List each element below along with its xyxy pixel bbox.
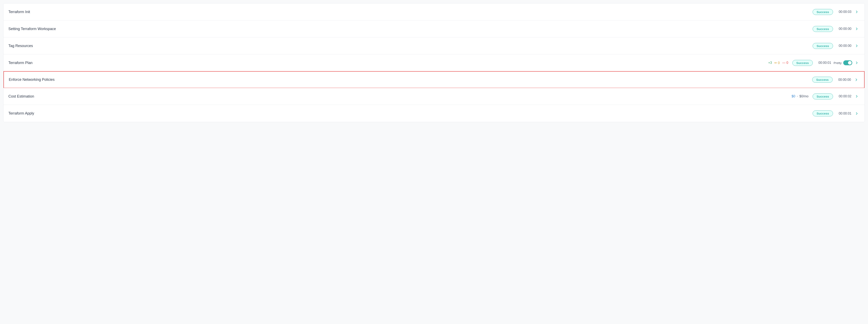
- pipeline-row-tag-resources: Tag ResourcesSuccess00:00:00: [3, 37, 865, 54]
- pipeline-row-setting-terraform-workspace: Setting Terraform WorkspaceSuccess00:00:…: [3, 21, 865, 37]
- toggle-track[interactable]: [843, 60, 852, 65]
- row-name-terraform-init: Terraform Init: [8, 10, 808, 14]
- pipeline-list: Terraform InitSuccess00:00:03Setting Ter…: [3, 3, 865, 122]
- duration-cost-estimation: 00:00:02: [833, 94, 851, 98]
- status-badge-terraform-plan: Success: [792, 60, 813, 66]
- stat-remove: — 0: [782, 61, 788, 65]
- pipeline-row-terraform-plan: Terraform Plan +3 ✏ 0 — 0 Success00:00:0…: [3, 54, 865, 71]
- row-name-setting-terraform-workspace: Setting Terraform Workspace: [8, 27, 808, 31]
- chevron-btn-setting-terraform-workspace[interactable]: [854, 26, 860, 32]
- duration-enforce-networking-policies: 00:00:00: [833, 78, 851, 82]
- status-badge-enforce-networking-policies: Success: [812, 77, 833, 83]
- row-name-terraform-plan: Terraform Plan: [8, 61, 768, 65]
- pretty-label: Pretty: [834, 61, 842, 65]
- chevron-btn-tag-resources[interactable]: [854, 43, 860, 49]
- chevron-btn-terraform-apply[interactable]: [854, 111, 860, 116]
- duration-terraform-plan: 00:00:01: [813, 61, 831, 65]
- status-badge-terraform-apply: Success: [813, 111, 833, 116]
- stat-add: +3: [768, 61, 772, 65]
- pipeline-row-enforce-networking-policies: Enforce Networking PoliciesSuccess00:00:…: [3, 71, 865, 88]
- pipeline-row-terraform-init: Terraform InitSuccess00:00:03: [3, 3, 865, 21]
- toggle-thumb: [848, 61, 851, 65]
- cost-monthly: $0/mo: [800, 94, 808, 98]
- chevron-btn-terraform-plan[interactable]: [854, 60, 860, 66]
- status-badge-setting-terraform-workspace: Success: [813, 26, 833, 32]
- stat-change: ✏ 0: [774, 61, 780, 65]
- cost-value: $0: [792, 94, 795, 98]
- row-extras-cost-estimation: $0 · $0/mo: [792, 94, 808, 98]
- status-badge-terraform-init: Success: [813, 9, 833, 15]
- cost-separator: ·: [797, 94, 798, 98]
- row-extras-terraform-plan: +3 ✏ 0 — 0: [768, 61, 788, 65]
- chevron-btn-cost-estimation[interactable]: [854, 93, 860, 99]
- row-name-enforce-networking-policies: Enforce Networking Policies: [9, 78, 808, 82]
- cost-info: $0 · $0/mo: [792, 94, 808, 98]
- chevron-btn-terraform-init[interactable]: [854, 9, 860, 15]
- status-badge-tag-resources: Success: [813, 43, 833, 49]
- terraform-plan-stats: +3 ✏ 0 — 0: [768, 61, 788, 65]
- row-name-cost-estimation: Cost Estimation: [8, 94, 792, 98]
- duration-terraform-apply: 00:00:01: [833, 112, 851, 115]
- duration-terraform-init: 00:00:03: [833, 10, 851, 14]
- row-name-tag-resources: Tag Resources: [8, 44, 808, 48]
- row-name-terraform-apply: Terraform Apply: [8, 111, 808, 116]
- duration-tag-resources: 00:00:00: [833, 44, 851, 48]
- duration-setting-terraform-workspace: 00:00:00: [833, 27, 851, 31]
- pretty-toggle[interactable]: Pretty: [834, 60, 852, 65]
- status-badge-cost-estimation: Success: [813, 93, 833, 99]
- chevron-btn-enforce-networking-policies[interactable]: [854, 77, 859, 83]
- pipeline-row-terraform-apply: Terraform ApplySuccess00:00:01: [3, 105, 865, 122]
- pipeline-row-cost-estimation: Cost Estimation $0 · $0/mo Success00:00:…: [3, 88, 865, 105]
